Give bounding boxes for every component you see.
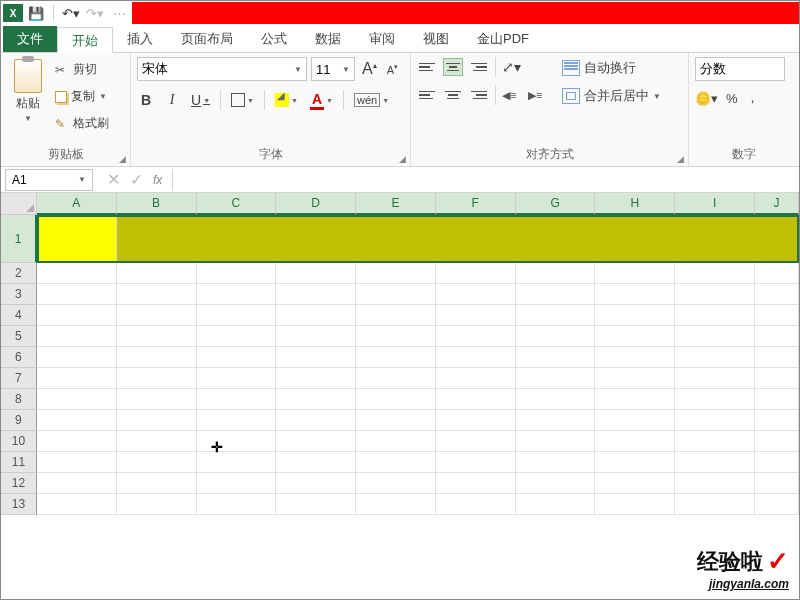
cell[interactable] bbox=[436, 410, 516, 431]
cell[interactable] bbox=[276, 452, 356, 473]
cell[interactable] bbox=[117, 494, 197, 515]
cell[interactable] bbox=[595, 410, 675, 431]
cell[interactable] bbox=[436, 389, 516, 410]
cell[interactable] bbox=[436, 494, 516, 515]
border-button[interactable]: ▼ bbox=[229, 89, 256, 111]
cell[interactable] bbox=[197, 431, 277, 452]
row-header[interactable]: 12 bbox=[1, 473, 37, 494]
font-name-combo[interactable]: 宋体▼ bbox=[137, 57, 307, 81]
col-header[interactable]: H bbox=[595, 193, 675, 215]
tab-file[interactable]: 文件 bbox=[3, 26, 57, 52]
row-header[interactable]: 2 bbox=[1, 263, 37, 284]
cell[interactable] bbox=[197, 284, 277, 305]
redo-icon[interactable]: ↷▾ bbox=[86, 4, 104, 22]
cell[interactable] bbox=[356, 347, 436, 368]
cell[interactable] bbox=[436, 368, 516, 389]
cell[interactable] bbox=[276, 494, 356, 515]
fx-icon[interactable]: fx bbox=[153, 173, 162, 187]
cell[interactable] bbox=[117, 410, 197, 431]
align-bottom-button[interactable] bbox=[469, 58, 489, 76]
col-header[interactable]: B bbox=[117, 193, 197, 215]
number-format-combo[interactable]: 分数 bbox=[695, 57, 785, 81]
cell[interactable] bbox=[755, 305, 799, 326]
dialog-launcher-icon[interactable]: ◢ bbox=[677, 154, 684, 164]
cell[interactable] bbox=[276, 305, 356, 326]
cell[interactable] bbox=[276, 431, 356, 452]
cell[interactable] bbox=[675, 452, 755, 473]
cell[interactable] bbox=[356, 263, 436, 284]
wrap-text-button[interactable]: 自动换行 bbox=[562, 59, 661, 77]
cell[interactable] bbox=[675, 263, 755, 284]
cell[interactable] bbox=[516, 410, 596, 431]
cell[interactable] bbox=[37, 215, 117, 263]
font-color-button[interactable]: A▼ bbox=[308, 89, 335, 111]
cell[interactable] bbox=[37, 494, 117, 515]
cell[interactable] bbox=[117, 263, 197, 284]
cell[interactable] bbox=[117, 305, 197, 326]
cell[interactable] bbox=[276, 284, 356, 305]
cell[interactable] bbox=[436, 431, 516, 452]
cell[interactable] bbox=[197, 473, 277, 494]
tab-data[interactable]: 数据 bbox=[301, 26, 355, 52]
cell[interactable] bbox=[755, 284, 799, 305]
cell[interactable] bbox=[276, 368, 356, 389]
col-header[interactable]: D bbox=[276, 193, 356, 215]
cell[interactable] bbox=[117, 473, 197, 494]
increase-indent-button[interactable]: ▶≡ bbox=[528, 86, 548, 104]
shrink-font-button[interactable]: A▾ bbox=[384, 63, 401, 76]
enter-icon[interactable]: ✓ bbox=[130, 170, 143, 189]
cell[interactable] bbox=[197, 452, 277, 473]
cut-button[interactable]: 剪切 bbox=[55, 59, 109, 80]
cell[interactable] bbox=[675, 368, 755, 389]
cell[interactable] bbox=[117, 347, 197, 368]
cell[interactable] bbox=[755, 494, 799, 515]
format-painter-button[interactable]: 格式刷 bbox=[55, 113, 109, 134]
cell[interactable] bbox=[356, 305, 436, 326]
cell[interactable] bbox=[356, 473, 436, 494]
tab-pdf[interactable]: 金山PDF bbox=[463, 26, 543, 52]
cell[interactable] bbox=[436, 305, 516, 326]
cell[interactable] bbox=[595, 326, 675, 347]
cell[interactable] bbox=[356, 452, 436, 473]
cell[interactable] bbox=[197, 263, 277, 284]
cell[interactable] bbox=[37, 410, 117, 431]
cell[interactable] bbox=[37, 368, 117, 389]
row-header[interactable]: 4 bbox=[1, 305, 37, 326]
align-center-button[interactable] bbox=[443, 86, 463, 104]
cell[interactable] bbox=[675, 326, 755, 347]
cell[interactable] bbox=[37, 326, 117, 347]
cell[interactable] bbox=[37, 473, 117, 494]
tab-formulas[interactable]: 公式 bbox=[247, 26, 301, 52]
cell[interactable] bbox=[37, 263, 117, 284]
cell[interactable] bbox=[117, 368, 197, 389]
row-header[interactable]: 5 bbox=[1, 326, 37, 347]
cell[interactable] bbox=[436, 347, 516, 368]
cell[interactable] bbox=[37, 452, 117, 473]
cell[interactable] bbox=[37, 431, 117, 452]
cell[interactable] bbox=[755, 431, 799, 452]
cell[interactable] bbox=[516, 473, 596, 494]
phonetic-button[interactable]: wén▼ bbox=[352, 89, 391, 111]
cell[interactable] bbox=[755, 452, 799, 473]
cell[interactable] bbox=[595, 284, 675, 305]
cell[interactable] bbox=[755, 410, 799, 431]
cell[interactable] bbox=[675, 473, 755, 494]
cell[interactable] bbox=[675, 494, 755, 515]
cell[interactable] bbox=[755, 263, 799, 284]
row-header[interactable]: 8 bbox=[1, 389, 37, 410]
comma-button[interactable]: ， bbox=[746, 89, 759, 107]
cancel-icon[interactable]: ✕ bbox=[107, 170, 120, 189]
cell[interactable] bbox=[516, 452, 596, 473]
col-header[interactable]: C bbox=[197, 193, 277, 215]
cell[interactable] bbox=[595, 431, 675, 452]
cell[interactable] bbox=[356, 326, 436, 347]
cell[interactable] bbox=[117, 326, 197, 347]
select-all-button[interactable] bbox=[1, 193, 37, 215]
save-icon[interactable]: 💾 bbox=[27, 4, 45, 22]
cell[interactable] bbox=[516, 284, 596, 305]
cell[interactable] bbox=[595, 473, 675, 494]
row-header[interactable]: 9 bbox=[1, 410, 37, 431]
cell[interactable] bbox=[117, 284, 197, 305]
col-header[interactable]: G bbox=[516, 193, 596, 215]
row-header[interactable]: 13 bbox=[1, 494, 37, 515]
